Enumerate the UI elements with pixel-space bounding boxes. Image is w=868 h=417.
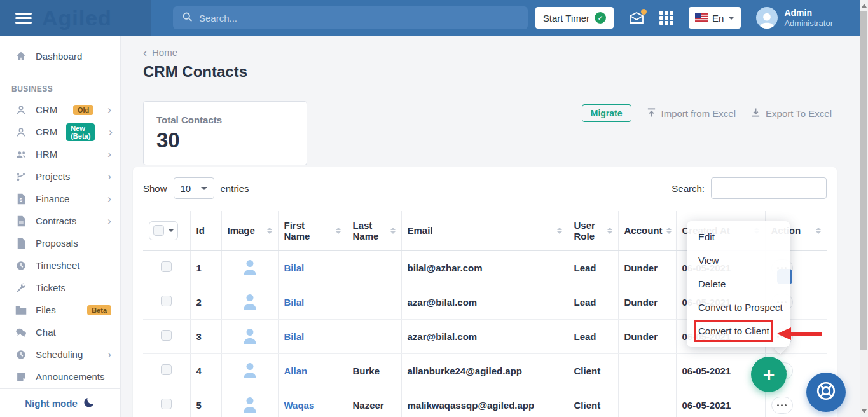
page-size-select[interactable]: 10 (174, 177, 214, 199)
hamburger-menu-icon[interactable] (15, 13, 32, 24)
column-header-first-name[interactable]: First Name (278, 211, 347, 250)
first-name-link[interactable]: Waqas (284, 400, 315, 411)
column-header-user-role[interactable]: User Role (568, 211, 618, 250)
sidebar-item-crm-old[interactable]: CRM Old › (0, 99, 120, 121)
menu-item-view[interactable]: View (687, 249, 790, 272)
user-profile-menu[interactable]: Admin Administrator (756, 7, 833, 29)
sidebar-item-dashboard[interactable]: Dashboard (0, 44, 120, 68)
page-actions: Migrate Import from Excel Export To Exce… (582, 104, 832, 122)
sidebar-item-files[interactable]: Files Beta (0, 299, 120, 321)
timer-check-icon: ✓ (595, 12, 606, 24)
apps-grid-icon[interactable] (659, 11, 673, 25)
caret-down-icon (728, 17, 734, 20)
sidebar-item-scheduling[interactable]: Scheduling › (0, 343, 120, 366)
chevron-right-icon: › (107, 171, 111, 182)
stat-value: 30 (156, 128, 294, 153)
contact-avatar (242, 301, 258, 312)
cell-account: Dunder (618, 319, 676, 353)
notification-dot (641, 9, 647, 15)
sort-icon (387, 228, 396, 234)
mail-icon[interactable] (629, 11, 644, 24)
scrollbar-thumb[interactable] (860, 11, 867, 350)
folder-icon (15, 305, 27, 315)
breadcrumb[interactable]: ‹ Home (143, 47, 860, 58)
night-mode-toggle[interactable]: Night mode (0, 388, 120, 417)
stat-label: Total Contacts (156, 114, 294, 125)
cell-user-role: Lead (568, 319, 618, 353)
first-name-link[interactable]: Bilal (284, 297, 305, 308)
menu-item-delete[interactable]: Delete (687, 272, 790, 296)
cell-id: 5 (190, 388, 221, 417)
page-scrollbar[interactable] (860, 0, 868, 417)
back-chevron-icon: ‹ (143, 48, 147, 57)
caret-down-icon (201, 187, 207, 190)
user-avatar (756, 7, 778, 29)
start-timer-button[interactable]: Start Timer ✓ (535, 7, 614, 29)
first-name-link[interactable]: Bilal (284, 263, 305, 273)
sidebar-item-timesheet[interactable]: Timesheet (0, 254, 120, 277)
moon-icon (83, 396, 95, 411)
old-badge: Old (73, 105, 93, 115)
cell-id: 2 (190, 285, 221, 319)
scroll-down-arrow[interactable] (860, 406, 868, 416)
import-from-excel-button[interactable]: Import from Excel (647, 107, 736, 120)
sidebar-item-chat[interactable]: Chat (0, 321, 120, 343)
table-search-input[interactable] (711, 177, 827, 199)
top-navbar: Agiled Start Timer ✓ En Ad (0, 0, 860, 36)
row-checkbox[interactable] (161, 399, 172, 409)
sidebar-item-tickets[interactable]: Tickets (0, 277, 120, 299)
column-header-account[interactable]: Account (618, 211, 676, 250)
sidebar-item-contracts[interactable]: Contracts › (0, 210, 120, 232)
sidebar-item-proposals[interactable]: Proposals (0, 232, 120, 254)
cell-id: 4 (190, 353, 221, 388)
global-search[interactable] (173, 6, 528, 29)
table-search: Search: (672, 177, 827, 199)
cell-user-role: Lead (568, 250, 618, 285)
column-header-id[interactable]: Id (190, 211, 221, 250)
row-checkbox[interactable] (161, 330, 172, 341)
menu-item-edit[interactable]: Edit (687, 225, 790, 249)
row-checkbox[interactable] (161, 261, 172, 272)
note-icon (15, 371, 27, 382)
cell-last-name: Nazeer (347, 388, 401, 417)
scroll-up-arrow[interactable] (860, 1, 868, 11)
users-icon (15, 149, 27, 160)
life-ring-icon (815, 379, 837, 405)
sidebar-item-finance[interactable]: $ Finance › (0, 188, 120, 210)
select-all-checkbox[interactable] (153, 225, 164, 236)
search-input[interactable] (199, 13, 519, 24)
sidebar-item-crm-new[interactable]: CRM New (Beta) › (0, 121, 120, 143)
sidebar-item-hrm[interactable]: HRM › (0, 143, 120, 165)
language-selector[interactable]: En (689, 7, 741, 29)
column-header-email[interactable]: Email (401, 211, 568, 250)
sidebar: Dashboard BUSINESS CRM Old › CRM New (Be… (0, 36, 121, 417)
cell-email: azar@bilal.com (401, 319, 568, 353)
chevron-right-icon: › (107, 104, 111, 115)
contact-avatar (242, 336, 258, 346)
contact-avatar (242, 404, 258, 415)
cell-user-role: Client (568, 353, 618, 388)
first-name-link[interactable]: Allan (284, 366, 308, 376)
row-checkbox[interactable] (161, 364, 172, 375)
menu-item-convert-to-prospect[interactable]: Convert to Prospect (687, 296, 790, 319)
help-fab[interactable] (806, 373, 846, 412)
first-name-link[interactable]: Bilal (284, 331, 305, 342)
export-to-excel-button[interactable]: Export To Excel (751, 107, 832, 120)
select-all-button[interactable] (149, 221, 178, 240)
app-logo[interactable]: Agiled (42, 6, 112, 31)
cell-account (618, 353, 676, 388)
sidebar-item-announcements[interactable]: Announcements (0, 366, 120, 388)
sidebar-item-projects[interactable]: Projects › (0, 165, 120, 188)
column-header-last-name[interactable]: Last Name (347, 211, 401, 250)
column-header-image[interactable]: Image (221, 211, 278, 250)
row-checkbox[interactable] (161, 296, 172, 306)
table-row: 4 Allan Burke allanburke24@agiled.app Cl… (143, 353, 827, 388)
chevron-right-icon: › (107, 193, 111, 204)
row-actions-button[interactable] (771, 397, 793, 414)
caret-down-icon (168, 229, 174, 232)
proposals-icon (15, 238, 27, 249)
cell-id: 3 (190, 319, 221, 353)
sort-icon (263, 228, 272, 234)
migrate-button[interactable]: Migrate (582, 104, 631, 122)
add-contact-fab[interactable]: + (751, 357, 787, 392)
